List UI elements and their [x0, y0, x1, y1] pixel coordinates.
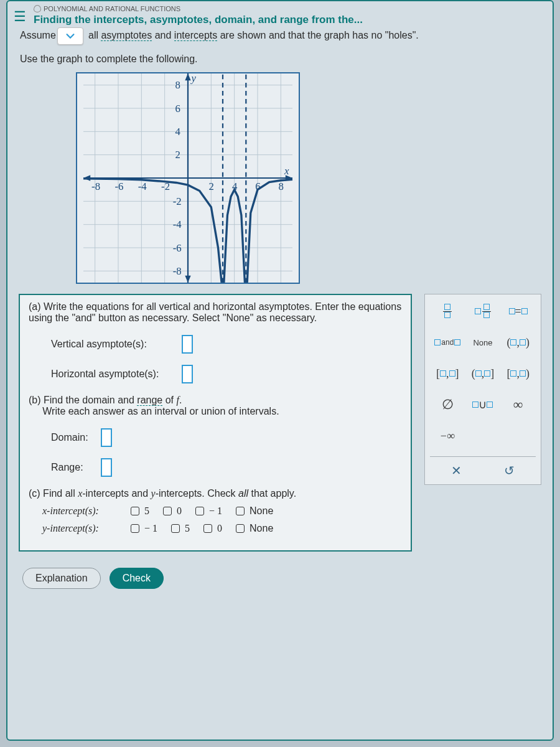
x-option-neg1[interactable]: − 1: [195, 505, 222, 517]
svg-text:-4: -4: [173, 218, 182, 230]
y-option-neg1[interactable]: − 1: [131, 523, 157, 534]
link-asymptotes[interactable]: asymptotes: [101, 30, 152, 41]
page-title: Finding the intercepts, asymptotes, doma…: [34, 14, 546, 26]
svg-text:4: 4: [175, 126, 180, 138]
palette-empty-set[interactable]: ∅: [432, 394, 463, 415]
palette-infinity[interactable]: ∞: [503, 394, 534, 415]
x-option-5[interactable]: 5: [131, 505, 149, 517]
part-b-text: (b) Find the domain and range of f. Writ…: [29, 395, 279, 416]
svg-text:8: 8: [175, 79, 180, 91]
palette-open-interval[interactable]: (,): [503, 332, 534, 353]
y-intercept-label: y-intercept(s):: [42, 523, 117, 534]
svg-text:6: 6: [255, 181, 260, 192]
y-option-5[interactable]: 5: [171, 523, 190, 534]
breadcrumb-text: POLYNOMIAL AND RATIONAL FUNCTIONS: [44, 5, 180, 12]
svg-text:-8: -8: [173, 265, 182, 277]
clear-icon[interactable]: ✕: [451, 463, 462, 478]
svg-text:4: 4: [232, 181, 238, 192]
svg-text:-2: -2: [173, 195, 182, 207]
x-intercept-label: x-intercept(s):: [42, 505, 117, 517]
svg-marker-20: [185, 73, 190, 80]
intro-text: all asymptotes and intercepts are shown …: [88, 30, 419, 40]
palette-half-open-right[interactable]: [,): [503, 363, 534, 384]
svg-text:-6: -6: [114, 181, 123, 192]
svg-text:2: 2: [175, 149, 180, 161]
instruction-text: Use the graph to complete the following.: [7, 45, 553, 70]
collapse-toggle[interactable]: [57, 27, 83, 45]
range-label: Range:: [51, 462, 95, 473]
svg-text:-2: -2: [161, 181, 170, 192]
svg-text:2: 2: [209, 181, 214, 192]
palette-neg-infinity[interactable]: −∞: [432, 425, 463, 446]
palette-fraction[interactable]: [432, 301, 463, 322]
svg-text:-6: -6: [173, 242, 182, 254]
vertical-asymptote-label: Vertical asymptote(s):: [51, 339, 175, 350]
palette-half-open-left[interactable]: (,]: [467, 363, 498, 384]
palette-mixed-fraction[interactable]: [467, 301, 498, 322]
domain-label: Domain:: [51, 432, 95, 443]
x-option-none[interactable]: None: [236, 505, 273, 517]
part-c-text: (c) Find all x-intercepts and y-intercep…: [29, 488, 296, 499]
palette-none[interactable]: None: [467, 332, 498, 353]
link-range[interactable]: range: [137, 395, 162, 406]
y-option-0[interactable]: 0: [203, 523, 222, 534]
palette-union[interactable]: ∪: [467, 394, 498, 415]
check-button[interactable]: Check: [110, 568, 164, 589]
y-option-none[interactable]: None: [236, 523, 273, 534]
reset-icon[interactable]: ↺: [504, 463, 515, 478]
shield-icon: [34, 5, 41, 12]
svg-text:6: 6: [175, 103, 180, 115]
palette-closed-interval[interactable]: [,]: [432, 363, 463, 384]
palette-and[interactable]: and: [432, 332, 463, 353]
palette-equation[interactable]: =: [503, 301, 534, 322]
svg-text:-8: -8: [91, 181, 100, 192]
domain-input[interactable]: [101, 428, 112, 447]
horizontal-asymptote-label: Horizontal asymptote(s):: [51, 369, 175, 380]
vertical-asymptote-input[interactable]: [182, 335, 193, 354]
svg-text:-4: -4: [138, 181, 147, 192]
symbol-palette: = and None (,) [,] (,] [,) ∅ ∪ ∞ −∞: [424, 294, 541, 485]
part-a-text: (a) Write the equations for all vertical…: [29, 301, 402, 324]
question-box: (a) Write the equations for all vertical…: [19, 294, 412, 552]
svg-text:8: 8: [279, 181, 284, 192]
svg-text:x: x: [284, 165, 289, 177]
svg-marker-21: [185, 276, 190, 283]
range-input[interactable]: [101, 458, 112, 477]
explanation-button[interactable]: Explanation: [22, 568, 101, 589]
svg-text:y: y: [190, 73, 197, 84]
chevron-down-icon: [65, 31, 76, 42]
horizontal-asymptote-input[interactable]: [182, 365, 193, 383]
x-option-0[interactable]: 0: [163, 505, 182, 517]
graph-plot: -8-6-4-2 2468 8642 -2-4-6-8 x y: [76, 72, 300, 284]
assume-word: Assume: [20, 30, 56, 41]
link-intercepts[interactable]: intercepts: [174, 30, 217, 41]
breadcrumb: POLYNOMIAL AND RATIONAL FUNCTIONS: [34, 5, 546, 12]
menu-icon[interactable]: ☰: [14, 5, 26, 25]
